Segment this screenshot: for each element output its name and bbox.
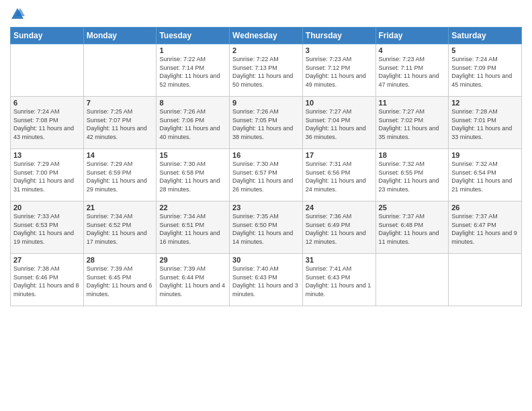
day-cell: 28Sunrise: 7:39 AMSunset: 6:45 PMDayligh… (83, 254, 157, 306)
day-info: Sunrise: 7:29 AMSunset: 7:00 PMDaylight:… (13, 160, 81, 193)
day-info: Sunrise: 7:37 AMSunset: 6:48 PMDaylight:… (379, 212, 446, 246)
day-info: Sunrise: 7:35 AMSunset: 6:50 PMDaylight:… (232, 212, 300, 246)
day-number: 20 (13, 203, 81, 212)
day-number: 25 (379, 203, 446, 212)
day-cell: 7Sunrise: 7:25 AMSunset: 7:07 PMDaylight… (83, 97, 157, 149)
week-row-5: 27Sunrise: 7:38 AMSunset: 6:46 PMDayligh… (11, 254, 522, 306)
day-number: 30 (232, 256, 300, 264)
day-number: 29 (159, 256, 226, 264)
day-cell: 29Sunrise: 7:39 AMSunset: 6:44 PMDayligh… (157, 254, 230, 306)
week-row-4: 20Sunrise: 7:33 AMSunset: 6:53 PMDayligh… (11, 201, 522, 254)
day-cell: 24Sunrise: 7:36 AMSunset: 6:49 PMDayligh… (302, 201, 375, 254)
day-cell: 8Sunrise: 7:26 AMSunset: 7:06 PMDaylight… (157, 97, 230, 149)
day-cell: 2Sunrise: 7:22 AMSunset: 7:13 PMDaylight… (230, 44, 303, 97)
week-row-3: 13Sunrise: 7:29 AMSunset: 7:00 PMDayligh… (11, 149, 522, 201)
day-cell: 12Sunrise: 7:28 AMSunset: 7:01 PMDayligh… (449, 97, 522, 149)
day-info: Sunrise: 7:22 AMSunset: 7:14 PMDaylight:… (159, 55, 226, 89)
day-number: 14 (87, 151, 154, 159)
day-info: Sunrise: 7:29 AMSunset: 6:59 PMDaylight:… (87, 160, 154, 193)
day-info: Sunrise: 7:30 AMSunset: 6:57 PMDaylight:… (232, 160, 300, 193)
day-cell: 16Sunrise: 7:30 AMSunset: 6:57 PMDayligh… (230, 149, 303, 201)
day-cell: 18Sunrise: 7:32 AMSunset: 6:55 PMDayligh… (375, 149, 449, 201)
day-header-saturday: Saturday (449, 28, 522, 44)
day-info: Sunrise: 7:30 AMSunset: 6:58 PMDaylight:… (159, 160, 226, 193)
day-cell: 20Sunrise: 7:33 AMSunset: 6:53 PMDayligh… (11, 201, 84, 254)
day-number: 16 (232, 151, 300, 159)
day-info: Sunrise: 7:37 AMSunset: 6:47 PMDaylight:… (451, 212, 519, 246)
day-number: 5 (451, 46, 519, 54)
day-number: 17 (306, 151, 373, 159)
day-cell (375, 254, 449, 306)
day-cell: 4Sunrise: 7:23 AMSunset: 7:11 PMDaylight… (375, 44, 449, 97)
day-header-sunday: Sunday (11, 28, 84, 44)
day-info: Sunrise: 7:39 AMSunset: 6:45 PMDaylight:… (87, 265, 154, 298)
day-cell: 17Sunrise: 7:31 AMSunset: 6:56 PMDayligh… (302, 149, 375, 201)
day-info: Sunrise: 7:32 AMSunset: 6:55 PMDaylight:… (379, 160, 446, 193)
day-cell: 22Sunrise: 7:34 AMSunset: 6:51 PMDayligh… (157, 201, 230, 254)
day-info: Sunrise: 7:22 AMSunset: 7:13 PMDaylight:… (232, 55, 300, 89)
day-info: Sunrise: 7:33 AMSunset: 6:53 PMDaylight:… (13, 212, 81, 246)
day-cell: 3Sunrise: 7:23 AMSunset: 7:12 PMDaylight… (302, 44, 375, 97)
day-info: Sunrise: 7:24 AMSunset: 7:09 PMDaylight:… (451, 55, 519, 89)
day-number: 8 (159, 99, 226, 107)
day-cell: 19Sunrise: 7:32 AMSunset: 6:54 PMDayligh… (449, 149, 522, 201)
day-number: 12 (451, 99, 519, 107)
day-info: Sunrise: 7:23 AMSunset: 7:11 PMDaylight:… (379, 55, 446, 89)
day-number: 10 (306, 99, 373, 107)
day-header-wednesday: Wednesday (230, 28, 303, 44)
day-number: 7 (87, 99, 154, 107)
day-cell: 1Sunrise: 7:22 AMSunset: 7:14 PMDaylight… (157, 44, 230, 97)
day-header-thursday: Thursday (302, 28, 375, 44)
day-cell: 21Sunrise: 7:34 AMSunset: 6:52 PMDayligh… (83, 201, 157, 254)
logo (10, 7, 28, 21)
day-cell: 9Sunrise: 7:26 AMSunset: 7:05 PMDaylight… (230, 97, 303, 149)
day-cell: 27Sunrise: 7:38 AMSunset: 6:46 PMDayligh… (11, 254, 84, 306)
day-number: 19 (451, 151, 519, 159)
day-number: 23 (232, 203, 300, 212)
day-number: 9 (232, 99, 300, 107)
day-cell: 31Sunrise: 7:41 AMSunset: 6:43 PMDayligh… (302, 254, 375, 306)
day-cell: 6Sunrise: 7:24 AMSunset: 7:08 PMDaylight… (11, 97, 84, 149)
day-info: Sunrise: 7:36 AMSunset: 6:49 PMDaylight:… (306, 212, 373, 246)
day-number: 11 (379, 99, 446, 107)
day-number: 3 (306, 46, 373, 54)
day-cell: 13Sunrise: 7:29 AMSunset: 7:00 PMDayligh… (11, 149, 84, 201)
calendar-table: SundayMondayTuesdayWednesdayThursdayFrid… (10, 27, 522, 306)
day-cell (449, 254, 522, 306)
day-number: 4 (379, 46, 446, 54)
day-info: Sunrise: 7:26 AMSunset: 7:06 PMDaylight:… (159, 107, 226, 141)
day-info: Sunrise: 7:25 AMSunset: 7:07 PMDaylight:… (87, 107, 154, 141)
logo-icon (10, 7, 25, 21)
day-info: Sunrise: 7:32 AMSunset: 6:54 PMDaylight:… (451, 160, 519, 193)
day-number: 6 (13, 99, 81, 107)
day-number: 31 (306, 256, 373, 264)
day-info: Sunrise: 7:34 AMSunset: 6:51 PMDaylight:… (159, 212, 226, 246)
day-cell: 25Sunrise: 7:37 AMSunset: 6:48 PMDayligh… (375, 201, 449, 254)
day-header-friday: Friday (375, 28, 449, 44)
day-info: Sunrise: 7:27 AMSunset: 7:02 PMDaylight:… (379, 107, 446, 141)
day-info: Sunrise: 7:28 AMSunset: 7:01 PMDaylight:… (451, 107, 519, 141)
header-row: SundayMondayTuesdayWednesdayThursdayFrid… (11, 28, 522, 44)
header (10, 7, 522, 21)
day-info: Sunrise: 7:26 AMSunset: 7:05 PMDaylight:… (232, 107, 300, 141)
day-number: 26 (451, 203, 519, 212)
day-number: 27 (13, 256, 81, 264)
day-number: 15 (159, 151, 226, 159)
day-number: 13 (13, 151, 81, 159)
day-cell: 11Sunrise: 7:27 AMSunset: 7:02 PMDayligh… (375, 97, 449, 149)
day-info: Sunrise: 7:41 AMSunset: 6:43 PMDaylight:… (306, 265, 373, 298)
day-info: Sunrise: 7:23 AMSunset: 7:12 PMDaylight:… (306, 55, 373, 89)
day-header-monday: Monday (83, 28, 157, 44)
day-info: Sunrise: 7:40 AMSunset: 6:43 PMDaylight:… (232, 265, 300, 298)
day-number: 2 (232, 46, 300, 54)
day-cell: 26Sunrise: 7:37 AMSunset: 6:47 PMDayligh… (449, 201, 522, 254)
day-info: Sunrise: 7:24 AMSunset: 7:08 PMDaylight:… (13, 107, 81, 141)
day-info: Sunrise: 7:27 AMSunset: 7:04 PMDaylight:… (306, 107, 373, 141)
day-cell (11, 44, 84, 97)
day-cell: 15Sunrise: 7:30 AMSunset: 6:58 PMDayligh… (157, 149, 230, 201)
day-info: Sunrise: 7:38 AMSunset: 6:46 PMDaylight:… (13, 265, 81, 298)
day-cell: 14Sunrise: 7:29 AMSunset: 6:59 PMDayligh… (83, 149, 157, 201)
day-info: Sunrise: 7:39 AMSunset: 6:44 PMDaylight:… (159, 265, 226, 298)
day-cell (83, 44, 157, 97)
day-info: Sunrise: 7:34 AMSunset: 6:52 PMDaylight:… (87, 212, 154, 246)
